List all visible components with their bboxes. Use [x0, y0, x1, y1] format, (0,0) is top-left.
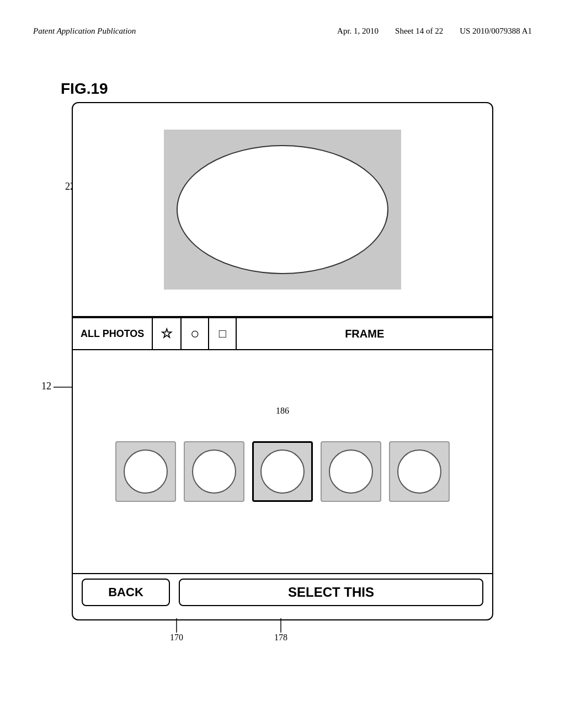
label-170-wrapper: 170 — [170, 618, 183, 643]
button-row: BACK SELECT THIS — [73, 573, 492, 611]
label-178-wrapper: 178 — [274, 618, 287, 643]
label-178: 178 — [274, 633, 287, 643]
image-display-area — [164, 130, 401, 290]
filter-star[interactable]: ☆ — [153, 318, 182, 349]
label-12: 12 — [41, 381, 51, 392]
display-panel — [72, 102, 493, 317]
thumbnail-5[interactable] — [389, 441, 450, 502]
back-button[interactable]: BACK — [82, 579, 170, 606]
filter-frame[interactable]: FRAME — [237, 318, 492, 349]
thumbnail-3-selected[interactable] — [252, 441, 313, 502]
figure-label: FIG.19 — [61, 80, 108, 98]
filter-bar: ALL PHOTOS ☆ ○ □ FRAME — [73, 318, 492, 350]
header-date: Apr. 1, 2010 — [337, 26, 379, 36]
thumbnail-2[interactable] — [184, 441, 244, 502]
bottom-labels: 170 178 — [72, 618, 493, 643]
filter-all-photos[interactable]: ALL PHOTOS — [73, 318, 153, 349]
filter-circle[interactable]: ○ — [182, 318, 209, 349]
thumbnail-4[interactable] — [321, 441, 381, 502]
diagram: ALL PHOTOS ☆ ○ □ FRAME 186 — [72, 102, 493, 620]
header-sheet: Sheet 14 of 22 — [395, 26, 443, 36]
select-this-button[interactable]: SELECT THIS — [179, 579, 483, 606]
header-publication-type: Patent Application Publication — [33, 26, 136, 36]
label-170: 170 — [170, 633, 183, 643]
control-panel: ALL PHOTOS ☆ ○ □ FRAME 186 — [72, 317, 493, 620]
page-header: Patent Application Publication Apr. 1, 2… — [33, 26, 532, 36]
filter-square[interactable]: □ — [209, 318, 237, 349]
thumbnails-area: 186 — [73, 350, 492, 573]
label-186: 186 — [276, 406, 289, 416]
thumbnail-1[interactable] — [115, 441, 176, 502]
header-patent: US 2010/0079388 A1 — [460, 26, 532, 36]
